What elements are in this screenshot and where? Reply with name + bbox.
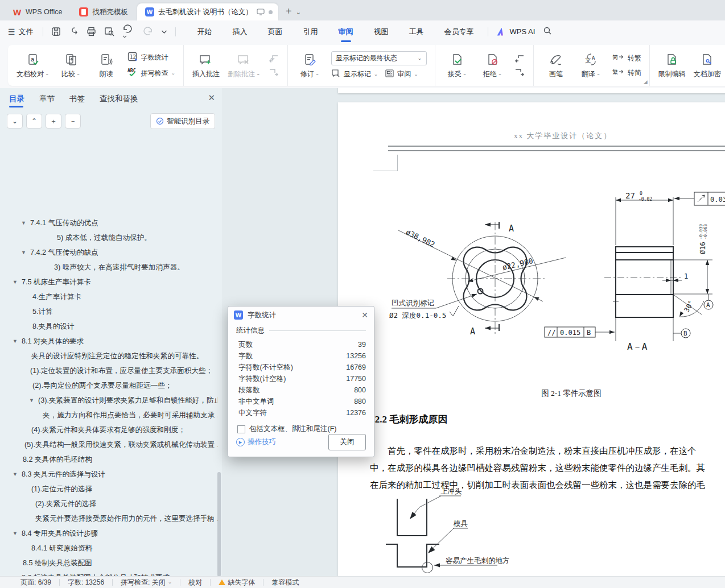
encrypt-button[interactable]: 文档加密 xyxy=(690,50,725,81)
tab-wps-home[interactable]: W WPS Office xyxy=(5,3,70,20)
dialog-close-icon[interactable]: ✕ xyxy=(361,310,368,320)
print-button[interactable] xyxy=(86,27,96,36)
spell-check-button[interactable]: ABC 拼写检查⌄ xyxy=(127,68,176,79)
toolbar-more-chevron-icon[interactable] xyxy=(161,30,167,34)
print-preview-button[interactable] xyxy=(104,27,114,36)
menu-page[interactable]: 页面 xyxy=(258,23,293,40)
word-count-indicator[interactable]: 字数: 13256 xyxy=(60,578,112,587)
undo-button[interactable] xyxy=(122,24,135,39)
document-page[interactable]: xx 大学毕业设计（论文） xyxy=(338,102,725,577)
file-menu[interactable]: 文件 xyxy=(19,27,34,37)
outline-item[interactable]: ▼7.5 机床生产率计算卡 xyxy=(0,275,217,289)
review-pane-button[interactable]: 审阅⌄ xyxy=(385,69,418,80)
sidebar-tab-toc[interactable]: 目录 xyxy=(9,89,24,109)
search-icon[interactable] xyxy=(543,26,552,38)
accept-button[interactable]: 接受⌄ xyxy=(440,50,475,81)
sidebar-tab-chapters[interactable]: 章节 xyxy=(39,89,55,109)
menu-start[interactable]: 开始 xyxy=(187,23,223,40)
toc-expand-button[interactable]: ⌄ xyxy=(7,114,23,129)
to-simplified-button[interactable]: 繁 转简 xyxy=(612,68,641,78)
outline-item[interactable]: ▼8.3 夹具元件的选择与设计 xyxy=(0,467,217,482)
outline-item[interactable]: (2).导向定位的两个支承要尽量相距远一些； xyxy=(0,378,217,393)
outline-item[interactable]: 夹具的设计应特别注意定位的稳定性和夹紧的可靠性。 xyxy=(0,349,217,363)
restrict-edit-button[interactable]: 限制编辑 xyxy=(654,50,690,81)
outline-item[interactable]: ▼7.4.1 气压传动的优点 xyxy=(0,216,217,230)
tips-link[interactable]: ▶ 操作技巧 xyxy=(236,437,276,447)
smart-toc-button[interactable]: 智能识别目录 xyxy=(150,113,215,129)
menu-review[interactable]: 审阅 xyxy=(328,23,364,40)
caret-down-icon[interactable]: ▼ xyxy=(13,526,18,541)
compatibility-mode-indicator[interactable]: 兼容模式 xyxy=(263,578,307,587)
tab-list-chevron-icon[interactable]: ⌄ xyxy=(296,9,301,16)
pen-button[interactable]: 画笔 xyxy=(538,50,574,81)
outline-item[interactable]: 5) 成本低，过载能自动保护。 xyxy=(0,230,217,245)
show-markup-button[interactable]: 显示标记⌄ xyxy=(331,69,378,80)
translate-button[interactable]: 文A 翻译⌄ xyxy=(574,50,609,81)
menu-insert[interactable]: 插入 xyxy=(223,23,258,40)
outline-item[interactable]: ▼8.1 对夹具体的要求 xyxy=(0,334,217,349)
wps-ai-button[interactable]: WPS AI xyxy=(497,27,535,36)
outline-item[interactable]: (5).夹具结构一般采用快速夹紧，联动夹紧或机械化传动装置 ... xyxy=(0,437,217,452)
close-button[interactable]: 关闭 xyxy=(328,434,366,450)
caret-down-icon[interactable]: ▼ xyxy=(13,334,18,349)
hamburger-icon[interactable]: ☰ xyxy=(8,27,15,36)
sidebar-scrollbar[interactable] xyxy=(217,472,221,577)
delete-comment-button[interactable]: 删除批注⌄ xyxy=(224,50,265,81)
previous-change-button[interactable] xyxy=(514,54,525,63)
word-count-button[interactable]: 12 字数统计 xyxy=(127,52,176,63)
track-changes-button[interactable]: 修订⌄ xyxy=(293,50,328,81)
compare-button[interactable]: 比较⌄ xyxy=(53,50,89,81)
include-footnotes-checkbox[interactable]: 包括文本框、脚注和尾注(F) xyxy=(236,424,366,434)
sidebar-tab-bookmarks[interactable]: 书签 xyxy=(69,89,85,109)
caret-down-icon[interactable]: ▼ xyxy=(29,393,34,408)
toc-zoom-out-button[interactable]: － xyxy=(65,114,81,129)
menu-tools[interactable]: 工具 xyxy=(399,23,434,40)
sidebar-tab-find-replace[interactable]: 查找和替换 xyxy=(100,89,138,109)
tab-docer-template[interactable]: 找稻壳模板 xyxy=(71,3,136,20)
outline-item[interactable]: 8.2 夹具体的毛坯结构 xyxy=(0,452,217,467)
tab-document[interactable]: W 去毛刺机设计 说明书（论文） xyxy=(137,3,278,20)
redo-button[interactable] xyxy=(143,27,153,36)
markup-state-select[interactable]: 显示标记的最终状态⌄ xyxy=(331,51,427,65)
to-traditional-button[interactable]: 简 转繁 xyxy=(612,53,641,63)
new-tab-button[interactable]: ＋ xyxy=(284,4,294,17)
outline-item[interactable]: 5.计算 xyxy=(0,304,217,319)
menu-member[interactable]: 会员专享 xyxy=(434,23,484,40)
outline-item[interactable]: 夹紧元件要选择接受原始作用力的元件，这里要选择手柄 ... xyxy=(0,511,217,526)
next-comment-button[interactable] xyxy=(268,68,279,77)
outline-item[interactable]: 8.夹具的设计 xyxy=(0,319,217,334)
outline-item[interactable]: (4).夹紧元件和夹具体要求有足够的强度和刚度； xyxy=(0,423,217,437)
outline-item[interactable]: ▼(3).夹紧装置的设计则要求夹紧力足够和自锁性能好，防止 ... xyxy=(0,393,217,408)
export-button[interactable] xyxy=(69,27,79,36)
caret-down-icon[interactable]: ▼ xyxy=(13,275,18,289)
previous-comment-button[interactable] xyxy=(268,54,279,63)
proofing-button[interactable]: 校对 xyxy=(180,578,210,587)
outline-item[interactable]: 3) 噪声较大，在高速排气时要加消声器。 xyxy=(0,260,217,275)
save-button[interactable] xyxy=(51,27,61,36)
read-aloud-button[interactable]: 朗读 xyxy=(89,50,124,81)
checkbox-icon[interactable] xyxy=(237,425,245,433)
outline-item[interactable]: (2).夹紧元件的选择 xyxy=(0,496,217,511)
outline-item[interactable]: ▼7.4.2 气压传动的缺点 xyxy=(0,245,217,260)
dialog-titlebar[interactable]: W 字数统计 ✕ xyxy=(228,307,374,324)
missing-font-warning[interactable]: 缺失字体 xyxy=(211,578,263,587)
next-change-button[interactable] xyxy=(514,68,525,77)
menu-reference[interactable]: 引用 xyxy=(293,23,328,40)
menu-view[interactable]: 视图 xyxy=(364,23,399,40)
outline-item[interactable]: ▼8.4 专用夹具的设计步骤 xyxy=(0,526,217,541)
sidebar-close-icon[interactable]: ✕ xyxy=(208,93,215,103)
outline-item[interactable]: (1).定位装置的设计和布置，应尽量使主要支承面积大些； xyxy=(0,363,217,378)
caret-down-icon[interactable]: ▼ xyxy=(21,216,26,230)
outline-item[interactable]: (1).定位元件的选择 xyxy=(0,482,217,496)
outline-item[interactable]: 8.5 绘制夹具总装配图 xyxy=(0,556,217,570)
page-indicator[interactable]: 页面: 6/39 xyxy=(0,578,59,587)
outline-item[interactable]: 8.4.1 研究原始资料 xyxy=(0,541,217,556)
outline-item[interactable]: 4.生产率计算卡 xyxy=(0,289,217,304)
toc-zoom-in-button[interactable]: ＋ xyxy=(46,114,61,129)
spellcheck-indicator[interactable]: 拼写检查: 关闭⌄ xyxy=(113,578,180,587)
group-launcher-icon[interactable]: ◢ xyxy=(644,79,648,85)
insert-comment-button[interactable]: 插入批注 xyxy=(188,50,224,81)
reject-button[interactable]: 拒绝⌄ xyxy=(475,50,510,81)
proofread-button[interactable]: a 文档校对⌄ xyxy=(13,50,53,81)
outline-item[interactable]: 夹，施力方向和作用点要恰当，必要时可采用辅助支承 ... xyxy=(0,408,217,423)
